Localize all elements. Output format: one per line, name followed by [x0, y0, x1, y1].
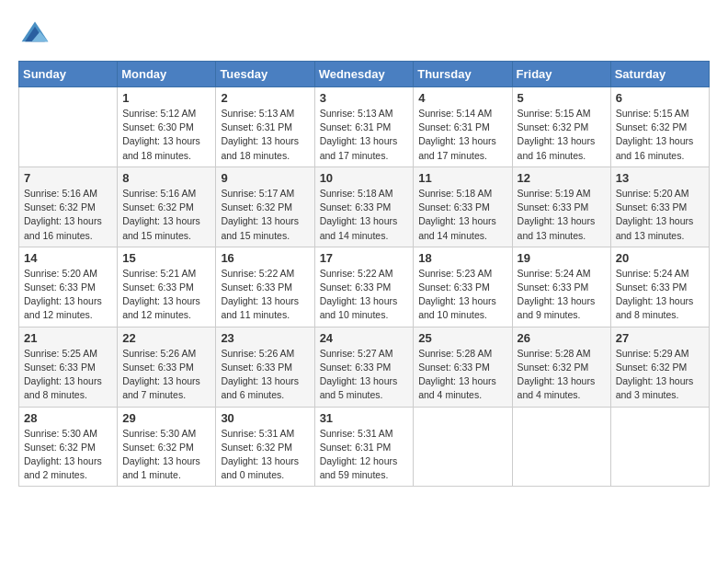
day-number: 31	[320, 411, 409, 425]
calendar-cell: 29Sunrise: 5:30 AMSunset: 6:32 PMDayligh…	[118, 407, 216, 487]
day-number: 9	[221, 171, 309, 185]
day-info: Sunrise: 5:13 AMSunset: 6:31 PMDaylight:…	[221, 107, 309, 163]
day-number: 7	[24, 171, 112, 185]
week-row-1: 1Sunrise: 5:12 AMSunset: 6:30 PMDaylight…	[19, 87, 710, 167]
day-info: Sunrise: 5:26 AMSunset: 6:33 PMDaylight:…	[221, 347, 309, 403]
calendar-cell: 18Sunrise: 5:23 AMSunset: 6:33 PMDayligh…	[414, 247, 512, 327]
day-info: Sunrise: 5:24 AMSunset: 6:33 PMDaylight:…	[616, 267, 704, 323]
logo-icon	[18, 18, 51, 52]
calendar-cell: 9Sunrise: 5:17 AMSunset: 6:32 PMDaylight…	[216, 167, 314, 247]
day-header-saturday: Saturday	[610, 62, 709, 87]
calendar-cell: 3Sunrise: 5:13 AMSunset: 6:31 PMDaylight…	[314, 87, 414, 167]
week-row-3: 14Sunrise: 5:20 AMSunset: 6:33 PMDayligh…	[19, 247, 710, 327]
day-info: Sunrise: 5:31 AMSunset: 6:32 PMDaylight:…	[221, 427, 309, 483]
day-header-monday: Monday	[118, 62, 216, 87]
day-number: 22	[122, 331, 210, 345]
day-info: Sunrise: 5:26 AMSunset: 6:33 PMDaylight:…	[122, 347, 210, 403]
calendar-cell	[512, 407, 610, 487]
day-number: 30	[221, 411, 309, 425]
day-number: 10	[320, 171, 409, 185]
day-info: Sunrise: 5:22 AMSunset: 6:33 PMDaylight:…	[320, 267, 409, 323]
calendar-cell: 2Sunrise: 5:13 AMSunset: 6:31 PMDaylight…	[216, 87, 314, 167]
calendar-cell: 17Sunrise: 5:22 AMSunset: 6:33 PMDayligh…	[314, 247, 414, 327]
day-number: 1	[122, 91, 210, 105]
day-info: Sunrise: 5:15 AMSunset: 6:32 PMDaylight:…	[616, 107, 704, 163]
day-number: 2	[221, 91, 309, 105]
day-info: Sunrise: 5:28 AMSunset: 6:33 PMDaylight:…	[418, 347, 506, 403]
calendar-cell: 22Sunrise: 5:26 AMSunset: 6:33 PMDayligh…	[118, 327, 216, 407]
calendar-cell: 4Sunrise: 5:14 AMSunset: 6:31 PMDaylight…	[414, 87, 512, 167]
day-header-thursday: Thursday	[414, 62, 512, 87]
day-number: 17	[320, 251, 409, 265]
day-number: 6	[616, 91, 704, 105]
day-number: 19	[518, 251, 606, 265]
header-row: SundayMondayTuesdayWednesdayThursdayFrid…	[19, 62, 710, 87]
day-number: 3	[320, 91, 409, 105]
day-info: Sunrise: 5:23 AMSunset: 6:33 PMDaylight:…	[418, 267, 506, 323]
calendar-cell: 21Sunrise: 5:25 AMSunset: 6:33 PMDayligh…	[19, 327, 118, 407]
day-number: 24	[320, 331, 409, 345]
calendar-cell: 13Sunrise: 5:20 AMSunset: 6:33 PMDayligh…	[610, 167, 709, 247]
day-header-tuesday: Tuesday	[216, 62, 314, 87]
calendar-cell: 12Sunrise: 5:19 AMSunset: 6:33 PMDayligh…	[512, 167, 610, 247]
calendar-cell: 1Sunrise: 5:12 AMSunset: 6:30 PMDaylight…	[118, 87, 216, 167]
day-info: Sunrise: 5:30 AMSunset: 6:32 PMDaylight:…	[24, 427, 112, 483]
day-number: 25	[418, 331, 506, 345]
day-info: Sunrise: 5:25 AMSunset: 6:33 PMDaylight:…	[24, 347, 112, 403]
week-row-2: 7Sunrise: 5:16 AMSunset: 6:32 PMDaylight…	[19, 167, 710, 247]
day-info: Sunrise: 5:20 AMSunset: 6:33 PMDaylight:…	[24, 267, 112, 323]
day-header-wednesday: Wednesday	[314, 62, 414, 87]
day-info: Sunrise: 5:16 AMSunset: 6:32 PMDaylight:…	[122, 187, 210, 243]
day-info: Sunrise: 5:14 AMSunset: 6:31 PMDaylight:…	[418, 107, 506, 163]
day-info: Sunrise: 5:17 AMSunset: 6:32 PMDaylight:…	[221, 187, 309, 243]
calendar-cell: 5Sunrise: 5:15 AMSunset: 6:32 PMDaylight…	[512, 87, 610, 167]
calendar-cell: 30Sunrise: 5:31 AMSunset: 6:32 PMDayligh…	[216, 407, 314, 487]
day-info: Sunrise: 5:24 AMSunset: 6:33 PMDaylight:…	[518, 267, 606, 323]
day-number: 13	[616, 171, 704, 185]
day-number: 18	[418, 251, 506, 265]
day-number: 4	[418, 91, 506, 105]
calendar-cell: 19Sunrise: 5:24 AMSunset: 6:33 PMDayligh…	[512, 247, 610, 327]
calendar-cell: 28Sunrise: 5:30 AMSunset: 6:32 PMDayligh…	[19, 407, 118, 487]
calendar-cell: 15Sunrise: 5:21 AMSunset: 6:33 PMDayligh…	[118, 247, 216, 327]
day-number: 28	[24, 411, 112, 425]
calendar-cell: 14Sunrise: 5:20 AMSunset: 6:33 PMDayligh…	[19, 247, 118, 327]
day-number: 27	[616, 331, 704, 345]
day-info: Sunrise: 5:15 AMSunset: 6:32 PMDaylight:…	[518, 107, 606, 163]
day-info: Sunrise: 5:22 AMSunset: 6:33 PMDaylight:…	[221, 267, 309, 323]
day-number: 21	[24, 331, 112, 345]
calendar-cell: 27Sunrise: 5:29 AMSunset: 6:32 PMDayligh…	[610, 327, 709, 407]
day-info: Sunrise: 5:31 AMSunset: 6:31 PMDaylight:…	[320, 427, 409, 483]
calendar-cell: 11Sunrise: 5:18 AMSunset: 6:33 PMDayligh…	[414, 167, 512, 247]
day-number: 5	[518, 91, 606, 105]
day-number: 23	[221, 331, 309, 345]
day-info: Sunrise: 5:16 AMSunset: 6:32 PMDaylight:…	[24, 187, 112, 243]
calendar-cell: 8Sunrise: 5:16 AMSunset: 6:32 PMDaylight…	[118, 167, 216, 247]
calendar-cell	[610, 407, 709, 487]
calendar-cell	[19, 87, 118, 167]
day-number: 15	[122, 251, 210, 265]
day-number: 29	[122, 411, 210, 425]
calendar-cell: 31Sunrise: 5:31 AMSunset: 6:31 PMDayligh…	[314, 407, 414, 487]
calendar-cell: 6Sunrise: 5:15 AMSunset: 6:32 PMDaylight…	[610, 87, 709, 167]
calendar-cell: 26Sunrise: 5:28 AMSunset: 6:32 PMDayligh…	[512, 327, 610, 407]
day-info: Sunrise: 5:13 AMSunset: 6:31 PMDaylight:…	[320, 107, 409, 163]
day-number: 16	[221, 251, 309, 265]
calendar-cell: 23Sunrise: 5:26 AMSunset: 6:33 PMDayligh…	[216, 327, 314, 407]
calendar-cell: 7Sunrise: 5:16 AMSunset: 6:32 PMDaylight…	[19, 167, 118, 247]
day-info: Sunrise: 5:18 AMSunset: 6:33 PMDaylight:…	[320, 187, 409, 243]
day-header-sunday: Sunday	[19, 62, 118, 87]
day-info: Sunrise: 5:28 AMSunset: 6:32 PMDaylight:…	[518, 347, 606, 403]
day-header-friday: Friday	[512, 62, 610, 87]
header	[18, 18, 710, 52]
day-info: Sunrise: 5:20 AMSunset: 6:33 PMDaylight:…	[616, 187, 704, 243]
day-number: 8	[122, 171, 210, 185]
day-info: Sunrise: 5:27 AMSunset: 6:33 PMDaylight:…	[320, 347, 409, 403]
day-info: Sunrise: 5:18 AMSunset: 6:33 PMDaylight:…	[418, 187, 506, 243]
calendar-table: SundayMondayTuesdayWednesdayThursdayFrid…	[18, 61, 710, 487]
week-row-5: 28Sunrise: 5:30 AMSunset: 6:32 PMDayligh…	[19, 407, 710, 487]
day-info: Sunrise: 5:12 AMSunset: 6:30 PMDaylight:…	[122, 107, 210, 163]
week-row-4: 21Sunrise: 5:25 AMSunset: 6:33 PMDayligh…	[19, 327, 710, 407]
calendar-cell: 20Sunrise: 5:24 AMSunset: 6:33 PMDayligh…	[610, 247, 709, 327]
day-number: 26	[518, 331, 606, 345]
